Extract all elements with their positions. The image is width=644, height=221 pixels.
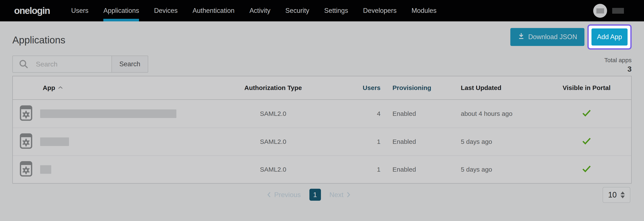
nav-item-settings[interactable]: Settings <box>324 0 348 21</box>
table-row[interactable]: SAML2.0 1 Enabled 5 days ago <box>13 155 631 183</box>
search-bar: Search <box>12 56 148 73</box>
cell-visible-in-portal <box>542 128 631 155</box>
onelogin-admin-page: onelogin UsersApplicationsDevicesAuthent… <box>0 0 644 204</box>
total-apps-label: Total apps <box>604 57 632 64</box>
cell-users: 4 <box>326 100 382 128</box>
next-label: Next <box>330 191 344 199</box>
cell-provisioning: Enabled <box>382 128 452 155</box>
cell-app <box>13 128 220 155</box>
toolbar: Search Total apps 3 <box>0 56 644 73</box>
app-name-redaction <box>40 137 69 146</box>
total-apps: Total apps 3 <box>604 56 632 73</box>
table-row[interactable]: SAML2.0 4 Enabled about 4 hours ago <box>13 100 631 128</box>
cell-users: 1 <box>326 156 382 183</box>
nav-item-modules[interactable]: Modules <box>412 0 436 21</box>
table-row[interactable]: SAML2.0 1 Enabled 5 days ago <box>13 128 631 155</box>
download-icon <box>518 33 525 42</box>
total-apps-count: 3 <box>604 65 632 73</box>
cell-app <box>13 156 220 183</box>
nav-item-developers[interactable]: Developers <box>363 0 396 21</box>
nav-items: UsersApplicationsDevicesAuthenticationAc… <box>71 0 436 21</box>
cell-last-updated: 5 days ago <box>452 156 542 183</box>
avatar-redaction <box>596 8 604 14</box>
previous-label: Previous <box>274 191 301 199</box>
nav-item-security[interactable]: Security <box>285 0 309 21</box>
column-header-authorization-type: Authorization Type <box>220 76 326 99</box>
app-name-redaction <box>40 165 51 174</box>
chevron-left-icon <box>267 191 271 198</box>
column-header-provisioning[interactable]: Provisioning <box>382 76 452 99</box>
cell-users: 1 <box>326 128 382 155</box>
download-json-label: Download JSON <box>528 33 577 41</box>
cell-authorization-type: SAML2.0 <box>220 156 326 183</box>
table-body: SAML2.0 4 Enabled about 4 hours ago <box>13 100 631 183</box>
cell-provisioning: Enabled <box>382 156 452 183</box>
cell-visible-in-portal <box>542 156 631 183</box>
next-page-button[interactable]: Next <box>330 191 351 199</box>
nav-item-authentication[interactable]: Authentication <box>192 0 234 21</box>
column-header-last-updated: Last Updated <box>452 76 542 99</box>
page-header: Applications Download JSON Add App <box>0 21 644 53</box>
nav-item-devices[interactable]: Devices <box>154 0 178 21</box>
cell-last-updated: 5 days ago <box>452 128 542 155</box>
cell-visible-in-portal <box>542 100 631 128</box>
column-header-app[interactable]: App <box>13 76 220 99</box>
app-name-redaction <box>40 109 176 118</box>
applications-table: App Authorization Type Users Provisionin… <box>12 76 632 184</box>
download-json-button[interactable]: Download JSON <box>510 28 584 46</box>
nav-item-users[interactable]: Users <box>71 0 88 21</box>
add-app-button[interactable]: Add App <box>592 29 628 46</box>
app-window-gear-icon <box>20 105 32 122</box>
app-window-gear-icon <box>20 161 32 178</box>
page-size-value: 10 <box>608 190 617 199</box>
cell-provisioning: Enabled <box>382 100 452 128</box>
column-header-users[interactable]: Users <box>326 76 382 99</box>
column-header-visible-in-portal: Visible in Portal <box>542 76 631 99</box>
add-app-highlight-box: Add App <box>588 24 632 50</box>
top-nav: onelogin UsersApplicationsDevicesAuthent… <box>0 0 644 21</box>
header-actions: Download JSON Add App <box>510 24 632 50</box>
nav-item-applications[interactable]: Applications <box>103 0 139 21</box>
search-icon <box>19 59 28 70</box>
current-page-button[interactable]: 1 <box>310 189 321 201</box>
cell-authorization-type: SAML2.0 <box>220 128 326 155</box>
user-avatar[interactable] <box>593 4 607 18</box>
table-header-row: App Authorization Type Users Provisionin… <box>13 76 631 100</box>
nav-item-activity[interactable]: Activity <box>250 0 270 21</box>
green-checkmark-icon <box>582 109 591 118</box>
nav-right <box>593 0 624 21</box>
cell-app <box>13 100 220 128</box>
green-checkmark-icon <box>582 137 591 146</box>
up-down-stepper-icon <box>620 191 625 198</box>
previous-page-button[interactable]: Previous <box>267 191 301 199</box>
sort-caret-up-icon <box>58 86 63 89</box>
app-window-gear-icon <box>20 133 32 150</box>
onelogin-logo[interactable]: onelogin <box>14 5 50 16</box>
account-name-redaction[interactable] <box>612 8 624 14</box>
green-checkmark-icon <box>582 165 591 174</box>
chevron-right-icon <box>346 191 350 198</box>
page-title: Applications <box>12 34 65 46</box>
cell-authorization-type: SAML2.0 <box>220 100 326 128</box>
page-size-select[interactable]: 10 <box>602 187 630 203</box>
search-button[interactable]: Search <box>112 56 148 73</box>
pager: Previous 1 Next <box>267 189 350 201</box>
pagination-row: Previous 1 Next 10 <box>0 187 644 204</box>
cell-last-updated: about 4 hours ago <box>452 100 542 128</box>
